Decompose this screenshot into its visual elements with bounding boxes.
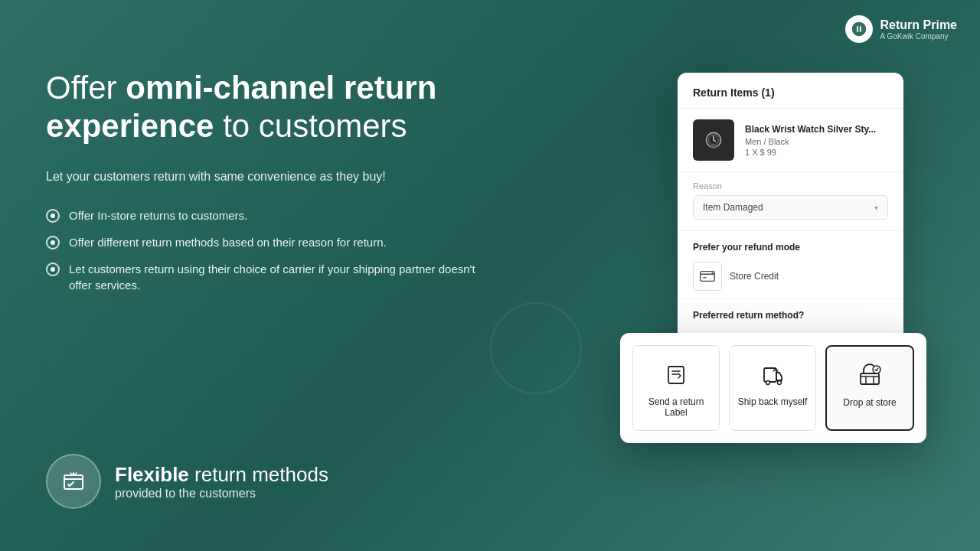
svg-point-7	[778, 381, 782, 385]
return-method-section: Preferred return method?	[678, 299, 903, 337]
left-content: Offer omni-channel return experience to …	[46, 69, 490, 293]
product-price: 1 X $ 99	[745, 148, 876, 157]
method-send-label[interactable]: Send a return Label	[632, 345, 720, 431]
reason-label: Reason	[693, 181, 888, 191]
headline: Offer omni-channel return experience to …	[46, 69, 490, 146]
bullet-list: Offer In-store returns to customers. Off…	[46, 207, 490, 293]
svg-point-6	[766, 381, 770, 385]
method-drop-store[interactable]: Drop at store	[825, 345, 914, 431]
product-info: Black Wrist Watch Silver Sty... Men / Bl…	[745, 124, 876, 157]
badge-text: Flexible return methods provided to the …	[115, 463, 328, 500]
headline-part1: Offer	[46, 70, 126, 106]
list-item: Offer In-store returns to customers.	[46, 207, 490, 223]
send-label-icon	[661, 358, 691, 389]
store-credit-label: Store Credit	[730, 271, 779, 282]
headline-part2: to customers	[214, 108, 407, 144]
subtitle: Let your customers return with same conv…	[46, 168, 490, 186]
product-name: Black Wrist Watch Silver Sty...	[745, 124, 876, 135]
chevron-down-icon: ▾	[874, 204, 878, 212]
product-row: Black Wrist Watch Silver Sty... Men / Bl…	[678, 109, 903, 172]
list-item: Let customers return using their choice …	[46, 261, 490, 293]
store-credit-option[interactable]: Store Credit	[693, 262, 888, 291]
method-send-label-text: Send a return Label	[641, 396, 711, 418]
reason-value: Item Damaged	[703, 202, 763, 213]
return-methods-card: Send a return Label Ship back myself	[620, 333, 926, 443]
bullet-text-2: Offer different return methods based on …	[69, 234, 387, 250]
bullet-icon	[46, 209, 60, 223]
method-ship-myself[interactable]: Ship back myself	[729, 345, 816, 431]
refund-section: Prefer your refund mode Store Credit	[678, 231, 903, 299]
bullet-icon	[46, 262, 60, 276]
refund-label: Prefer your refund mode	[693, 242, 888, 253]
logo-icon	[845, 15, 873, 43]
method-drop-store-text: Drop at store	[843, 397, 896, 408]
product-image	[693, 119, 734, 161]
drop-store-icon	[854, 359, 885, 390]
store-credit-icon	[693, 262, 722, 291]
badge-icon	[46, 454, 101, 509]
list-item: Offer different return methods based on …	[46, 234, 490, 250]
reason-select[interactable]: Item Damaged ▾	[693, 195, 888, 220]
bullet-text-3: Let customers return using their choice …	[69, 261, 490, 293]
ship-myself-icon	[757, 358, 788, 389]
badge-title: Flexible return methods	[115, 463, 328, 487]
reason-section: Reason Item Damaged ▾	[678, 172, 903, 231]
bottom-badge: Flexible return methods provided to the …	[46, 454, 328, 509]
card-header: Return Items (1)	[678, 73, 903, 109]
bullet-icon	[46, 236, 60, 249]
svg-rect-8	[861, 373, 879, 384]
method-ship-myself-text: Ship back myself	[738, 396, 808, 407]
svg-rect-4	[668, 367, 684, 383]
decorative-circle	[490, 302, 582, 394]
brand-text: Return Prime A GoKwik Company	[880, 18, 957, 41]
badge-subtitle: provided to the customers	[115, 487, 328, 500]
product-variant: Men / Black	[745, 137, 876, 146]
bullet-text-1: Offer In-store returns to customers.	[69, 207, 247, 223]
return-method-label: Preferred return method?	[693, 310, 888, 321]
top-bar: Return Prime A GoKwik Company	[845, 15, 957, 43]
